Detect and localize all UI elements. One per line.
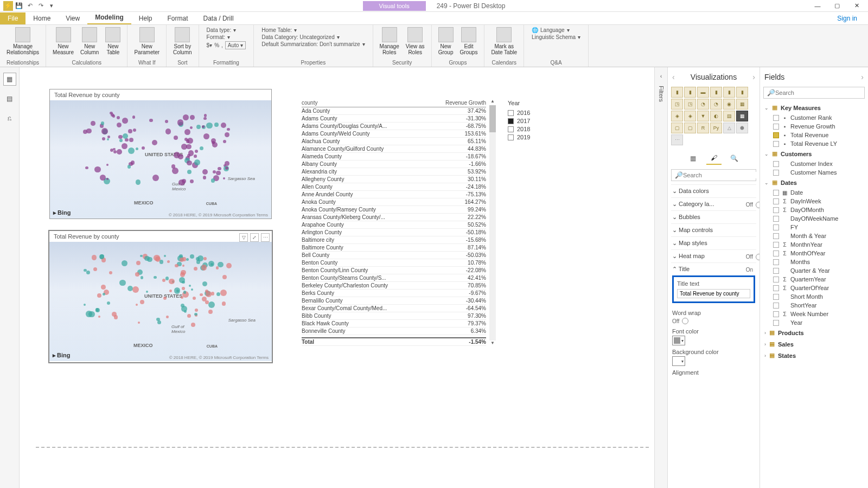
map-bubble[interactable] — [211, 178, 215, 183]
field-item[interactable]: ▦Date — [763, 188, 865, 197]
map-bubble[interactable] — [200, 293, 203, 297]
field-item[interactable]: ▪Total Revenue LY — [763, 139, 865, 148]
map-bubble[interactable] — [107, 138, 109, 140]
undo-button[interactable]: ↶ — [25, 1, 35, 11]
table-row[interactable]: Bexar County/Comal County/Med...-64.54% — [302, 305, 486, 312]
filters-expand-arrow[interactable]: ‹ — [660, 73, 662, 79]
map-bubble[interactable] — [97, 293, 101, 298]
field-item[interactable]: ▪Total Revenue — [763, 131, 865, 139]
table-row[interactable]: Baltimore County87.14% — [302, 244, 486, 252]
map-bubble[interactable] — [129, 138, 134, 143]
field-checkbox[interactable] — [773, 233, 779, 239]
map-bubble[interactable] — [182, 281, 185, 284]
section-heat-map[interactable]: ⌄ Heat mapOff — [671, 249, 756, 262]
viz-type-icon[interactable]: ⬢ — [736, 123, 748, 133]
viz-type-icon[interactable]: ▢ — [684, 123, 696, 133]
map-bubble[interactable] — [106, 164, 108, 166]
map-bubble[interactable] — [226, 263, 232, 268]
map-bubble[interactable] — [136, 261, 141, 266]
field-checkbox[interactable] — [773, 124, 779, 130]
map-bubble[interactable] — [162, 279, 165, 282]
map-bubble[interactable] — [190, 126, 193, 129]
fields-table-header[interactable]: ⌄▦Dates — [763, 177, 865, 188]
map-bubble[interactable] — [119, 280, 126, 286]
map-bubble[interactable] — [195, 150, 198, 153]
map-bubble[interactable] — [133, 129, 136, 132]
map-bubble[interactable] — [175, 264, 178, 267]
viz-type-icon[interactable]: ▮ — [710, 87, 722, 98]
data-type-dropdown[interactable]: Data type: ▾ — [207, 27, 246, 33]
year-slicer[interactable]: Year 2016201720182019 — [508, 100, 530, 142]
field-item[interactable]: ΣWeek Number — [763, 310, 865, 318]
qat-dropdown[interactable]: ▾ — [47, 1, 56, 11]
map-bubble[interactable] — [132, 286, 139, 293]
table-row[interactable]: Baltimore city-15.68% — [302, 236, 486, 244]
manage-roles-button[interactable]: Manage Roles — [378, 26, 401, 56]
map-bubble[interactable] — [177, 119, 184, 126]
field-checkbox[interactable] — [773, 242, 779, 248]
field-item[interactable]: Short Month — [763, 292, 865, 301]
field-item[interactable]: Customer Names — [763, 168, 865, 177]
map-bubble[interactable] — [182, 265, 184, 267]
field-checkbox[interactable] — [773, 141, 779, 147]
section-bubbles[interactable]: ⌄ Bubbles — [671, 210, 756, 223]
tab-format[interactable]: Format — [160, 12, 196, 24]
map-bubble[interactable] — [152, 175, 159, 181]
field-checkbox[interactable] — [773, 303, 779, 309]
map-bubble[interactable] — [221, 123, 226, 128]
map-bubble[interactable] — [122, 118, 128, 124]
table-row[interactable]: Alamance County/Guilford County44.83% — [302, 145, 486, 153]
map-bubble[interactable] — [227, 128, 230, 131]
format-search-input[interactable] — [683, 172, 758, 178]
table-row[interactable]: Bernalillo County-30.44% — [302, 297, 486, 305]
viz-type-icon[interactable]: ▮ — [736, 87, 748, 98]
map-bubble[interactable] — [191, 323, 195, 327]
table-row[interactable]: Anoka County/Ramsey County99.24% — [302, 206, 486, 214]
map-bubble[interactable] — [208, 261, 214, 267]
title-text-input[interactable] — [677, 289, 750, 298]
map-bubble[interactable] — [189, 285, 191, 287]
map-bubble[interactable] — [194, 313, 197, 316]
field-item[interactable]: Year — [763, 318, 865, 327]
map-bubble[interactable] — [157, 320, 161, 324]
table-row[interactable]: Aransas County/Kleberg County/...22.22% — [302, 214, 486, 221]
map-bubble[interactable] — [184, 129, 190, 135]
field-checkbox[interactable] — [773, 294, 779, 300]
table-row[interactable]: Black Hawk County79.37% — [302, 320, 486, 328]
fields-search-input[interactable] — [775, 89, 861, 96]
map-bubble[interactable] — [86, 311, 92, 317]
map-bubble[interactable] — [183, 114, 189, 120]
field-checkbox[interactable] — [773, 190, 779, 196]
map-bubble[interactable] — [208, 301, 215, 308]
field-item[interactable]: ΣQuarternYear — [763, 275, 865, 284]
map-bubble[interactable] — [200, 146, 204, 151]
map-bubble[interactable] — [165, 129, 171, 134]
map-bubble[interactable] — [202, 169, 208, 175]
table-row[interactable]: Berkeley County/Charleston County70.85% — [302, 282, 486, 290]
bg-color-picker[interactable] — [672, 356, 685, 366]
map-bubble[interactable] — [127, 165, 131, 168]
map-bubble[interactable] — [182, 287, 184, 290]
comma-icon[interactable]: , — [221, 42, 223, 48]
field-checkbox[interactable] — [773, 277, 779, 282]
map-bubble[interactable] — [206, 123, 212, 129]
section-category-labels[interactable]: ⌄ Category la...Off — [671, 197, 756, 210]
map-bubble[interactable] — [101, 285, 106, 290]
map-bubble[interactable] — [222, 275, 227, 279]
map-bubble[interactable] — [180, 272, 186, 278]
map-bubble[interactable] — [196, 257, 200, 261]
field-item[interactable]: Months — [763, 258, 865, 266]
table-row[interactable]: Arlington County-50.18% — [302, 229, 486, 236]
section-title[interactable]: ⌃ TitleOn — [671, 262, 756, 275]
table-row[interactable]: Alameda County-18.67% — [302, 153, 486, 160]
field-checkbox[interactable] — [773, 259, 779, 265]
map-bubble[interactable] — [216, 292, 220, 296]
new-group-button[interactable]: New Group — [436, 26, 456, 56]
table-row[interactable]: Anne Arundel County-75.13% — [302, 191, 486, 198]
map-bubble[interactable] — [182, 257, 186, 261]
tab-data-drill[interactable]: Data / Drill — [196, 12, 241, 24]
field-item[interactable]: ΣMonthnYear — [763, 240, 865, 249]
map-bubble[interactable] — [85, 166, 88, 169]
map-bubble[interactable] — [211, 292, 215, 296]
language-dropdown[interactable]: 🌐 Language ▾ — [532, 27, 580, 33]
